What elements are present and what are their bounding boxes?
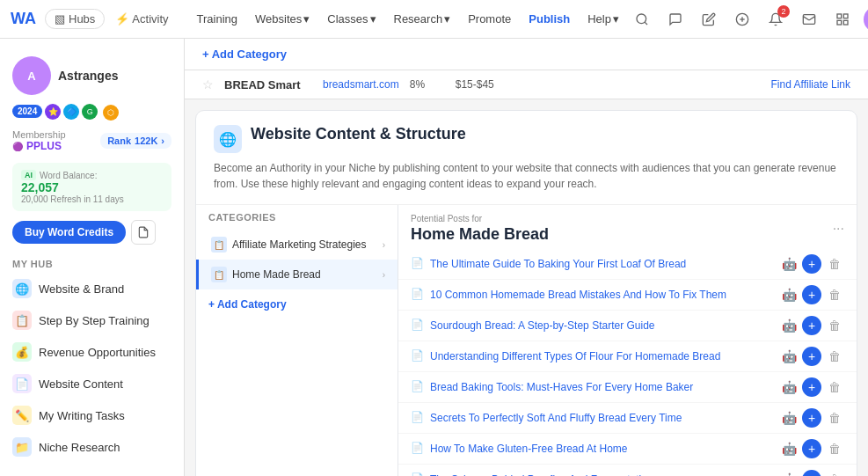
sidebar-item-website-brand[interactable]: 🌐 Website & Brand (0, 273, 184, 304)
post-delete-button-5[interactable]: 🗑 (825, 408, 844, 428)
post-add-button-0[interactable]: + (802, 254, 821, 274)
wallet-button[interactable] (730, 7, 755, 32)
nav-websites[interactable]: Websites ▾ (248, 9, 317, 29)
post-delete-button-6[interactable]: 🗑 (825, 439, 844, 458)
nav-classes[interactable]: Classes ▾ (320, 9, 383, 29)
writing-tasks-icon: ✏️ (12, 406, 32, 425)
training-icon: 📋 (12, 311, 32, 330)
sidebar-item-label-writing-tasks: My Writing Tasks (39, 409, 125, 422)
user-avatar[interactable]: A (864, 6, 868, 33)
add-category-top-button[interactable]: + Add Category (202, 48, 287, 61)
post-ai-button-6[interactable]: 🤖 (779, 439, 799, 458)
post-ai-button-5[interactable]: 🤖 (779, 408, 799, 428)
post-add-button-3[interactable]: + (802, 347, 821, 366)
add-category-small-button[interactable]: + Add Category (208, 298, 287, 311)
bread-url[interactable]: breadsmart.com (323, 78, 399, 91)
post-ai-button-0[interactable]: 🤖 (779, 254, 799, 274)
notifications-button[interactable]: 2 (763, 7, 788, 32)
star-icon[interactable]: ☆ (202, 77, 214, 92)
post-title-5[interactable]: Secrets To Perfectly Soft And Fluffy Bre… (430, 412, 682, 424)
sidebar-item-label-revenue: Revenue Opportunities (39, 346, 156, 359)
menu-button[interactable] (830, 7, 855, 32)
nav-publish[interactable]: Publish (522, 9, 577, 29)
activity-button[interactable]: ⚡ Activity (108, 10, 175, 28)
cs-body: Categories 📋 Affiliate Marketing Strateg… (196, 204, 857, 476)
post-ai-button-1[interactable]: 🤖 (779, 285, 799, 304)
post-title-1[interactable]: 10 Common Homemade Bread Mistakes And Ho… (430, 289, 726, 301)
post-delete-button-4[interactable]: 🗑 (825, 377, 844, 397)
post-title-6[interactable]: How To Make Gluten-Free Bread At Home (430, 443, 628, 455)
sidebar-username: Astranges (58, 69, 118, 83)
post-add-button-1[interactable]: + (802, 285, 821, 304)
post-title-2[interactable]: Sourdough Bread: A Step-by-Step Starter … (430, 319, 655, 332)
sidebar-profile: A Astranges (0, 49, 184, 99)
sidebar-item-writing-tasks[interactable]: ✏️ My Writing Tasks (0, 399, 184, 431)
top-navigation: WA ▧ Hubs ⚡ Activity Training Websites ▾… (0, 0, 868, 39)
post-delete-button-0[interactable]: 🗑 (825, 254, 844, 274)
sidebar-item-revenue[interactable]: 💰 Revenue Opportunities (0, 336, 184, 368)
post-add-button-2[interactable]: + (802, 316, 821, 335)
post-actions: 🤖 + 🗑 (779, 439, 844, 458)
main-content: + Add Category ☆ BREAD Smart breadsmart.… (185, 39, 868, 476)
post-delete-button-3[interactable]: 🗑 (825, 347, 844, 366)
hubs-button[interactable]: ▧ Hubs (45, 9, 105, 29)
post-ai-button-3[interactable]: 🤖 (779, 347, 799, 366)
post-ai-button-4[interactable]: 🤖 (779, 377, 799, 397)
sidebar-item-niche-research[interactable]: 📁 Niche Research (0, 431, 184, 463)
word-balance-section: AI Word Balance: 22,057 20,000 Refresh i… (12, 163, 171, 211)
add-category-bar: + Add Category (185, 39, 868, 70)
nav-training[interactable]: Training (190, 9, 244, 29)
post-item: 📄 The Ultimate Guide To Baking Your Firs… (398, 249, 857, 280)
post-doc-icon: 📄 (411, 442, 425, 456)
bread-pct: 8% (410, 78, 445, 91)
sidebar-item-content[interactable]: 📄 Website Content (0, 368, 184, 399)
cs-header: 🌐 Website Content & Structure (196, 111, 857, 160)
category-bread-chevron: › (383, 270, 385, 280)
category-bread-label: Home Made Bread (232, 268, 321, 281)
main-layout: A Astranges 2024 ⭐ 🔷 G ⬡ Membership 🟣 PP… (0, 39, 868, 476)
post-doc-icon: 📄 (411, 472, 425, 476)
sidebar-item-label-website-brand: Website & Brand (39, 282, 124, 296)
post-add-button-6[interactable]: + (802, 439, 821, 458)
post-title-3[interactable]: Understanding Different Types Of Flour F… (430, 350, 720, 362)
post-add-button-5[interactable]: + (802, 408, 821, 428)
bread-name: BREAD Smart (224, 78, 312, 92)
post-actions: 🤖 + 🗑 (779, 254, 844, 274)
post-delete-button-2[interactable]: 🗑 (825, 316, 844, 335)
post-item: 📄 Sourdough Bread: A Step-by-Step Starte… (398, 311, 857, 341)
post-title-4[interactable]: Bread Baking Tools: Must-Haves For Every… (430, 381, 693, 393)
edit-button[interactable] (697, 7, 721, 32)
post-item: 📄 How To Make Gluten-Free Bread At Home … (398, 434, 857, 465)
post-add-button-4[interactable]: + (802, 377, 821, 397)
nav-promote[interactable]: Promote (461, 9, 518, 29)
content-structure-section: 🌐 Website Content & Structure Become an … (195, 110, 857, 476)
sidebar-item-training[interactable]: 📋 Step By Step Training (0, 304, 184, 336)
brand-logo: WA (11, 10, 36, 28)
search-button[interactable] (630, 7, 654, 32)
category-affiliate-marketing[interactable]: 📋 Affiliate Marketing Strategies › (196, 230, 398, 260)
email-button[interactable] (797, 7, 821, 32)
word-balance-value: 22,057 (21, 180, 163, 194)
sidebar-item-label-content: Website Content (39, 377, 123, 391)
post-title-0[interactable]: The Ultimate Guide To Baking Your First … (430, 258, 686, 270)
post-doc-icon: 📄 (411, 349, 425, 363)
document-button[interactable] (131, 220, 156, 245)
chat-button[interactable] (663, 7, 688, 32)
post-delete-button-1[interactable]: 🗑 (825, 285, 844, 304)
post-ai-button-2[interactable]: 🤖 (779, 316, 799, 335)
category-home-made-bread[interactable]: 📋 Home Made Bread › (196, 260, 398, 289)
nav-research[interactable]: Research ▾ (387, 9, 458, 29)
category-affiliate-icon: 📋 (211, 237, 227, 253)
activity-label: Activity (132, 12, 168, 26)
find-affiliate-link[interactable]: Find Affiliate Link (771, 78, 851, 91)
buy-word-credits-button[interactable]: Buy Word Credits (12, 221, 126, 244)
nav-right-actions: 2 A (630, 6, 868, 33)
nav-help[interactable]: Help ▾ (580, 9, 626, 29)
post-delete-button-7[interactable]: 🗑 (825, 470, 844, 476)
sidebar-item-label-niche-research: Niche Research (39, 441, 120, 454)
post-add-button-7[interactable]: + (802, 470, 821, 476)
posts-more-button[interactable]: ··· (833, 221, 844, 237)
post-actions: 🤖 + 🗑 (779, 377, 844, 397)
post-ai-button-7[interactable]: 🤖 (779, 470, 799, 476)
svg-rect-5 (837, 14, 842, 18)
